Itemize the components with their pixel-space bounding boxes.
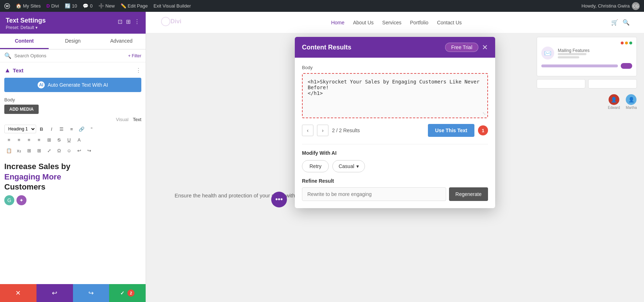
- ol-button[interactable]: ≡: [67, 124, 76, 134]
- divi-item[interactable]: D Divi: [47, 3, 59, 9]
- search-nav-icon[interactable]: 🔍: [623, 19, 630, 26]
- refine-label: Refine Result: [302, 178, 488, 184]
- wp-logo[interactable]: W: [4, 3, 10, 9]
- chevron-up-icon[interactable]: ▲: [4, 67, 11, 74]
- undo-button[interactable]: ↩: [74, 146, 84, 155]
- chevron-down-icon: ▾: [356, 163, 359, 169]
- panel-subtitle: Preset: Default ▾: [6, 25, 46, 30]
- subscript-button[interactable]: x₂: [14, 146, 24, 155]
- result-textarea[interactable]: <h1>Skyrocket Your Sales by Engaging Cus…: [308, 79, 482, 111]
- cancel-button[interactable]: ✕: [0, 284, 36, 302]
- color-button[interactable]: A: [74, 135, 84, 144]
- refine-input[interactable]: [302, 187, 446, 201]
- search-bar: 🔍 + Filter: [0, 49, 146, 62]
- section-more-icon[interactable]: ⋮: [136, 67, 141, 74]
- save-count-badge: 2: [127, 289, 135, 297]
- nav-contact[interactable]: Contact Us: [437, 20, 462, 25]
- nav-home[interactable]: Home: [331, 20, 344, 25]
- editor-toolbar-row1: Heading 1 B I ☰ ≡ 🔗 ": [4, 124, 141, 134]
- prev-result-button[interactable]: ‹: [302, 125, 313, 136]
- align-center-button[interactable]: ≡: [14, 135, 24, 144]
- loop-count[interactable]: 🔄 10: [65, 3, 77, 9]
- comment-count[interactable]: 💬 0: [83, 3, 92, 9]
- table-button[interactable]: ⊞: [44, 135, 54, 144]
- modify-buttons: Retry Casual ▾: [302, 160, 488, 172]
- editor-tabs: Visual Text: [4, 117, 141, 122]
- preview-text: Increase Sales by Engaging More Customer…: [4, 162, 141, 192]
- page-area: Divi Home About Us Services Portfolio Co…: [146, 12, 644, 302]
- resize-handle[interactable]: ⤡: [482, 111, 486, 116]
- ai-assist-icon[interactable]: ✦: [16, 195, 26, 205]
- pencil-icon: ✏️: [121, 3, 126, 9]
- quote-button[interactable]: ": [87, 124, 96, 134]
- cart-icon[interactable]: 🛒: [611, 19, 618, 26]
- editor-toolbar-row2: ≡ ≡ ≡ ≡ ⊞ S U A: [4, 135, 141, 144]
- edit-page-item[interactable]: ✏️ Edit Page: [121, 3, 148, 9]
- strikethrough-button[interactable]: S: [54, 135, 64, 144]
- redo-button[interactable]: ↪: [84, 146, 94, 155]
- nav-portfolio[interactable]: Portfolio: [410, 20, 428, 25]
- link-button[interactable]: 🔗: [77, 124, 86, 134]
- svg-text:W: W: [6, 4, 9, 8]
- bold-button[interactable]: B: [37, 124, 46, 134]
- use-text-button[interactable]: Use This Text: [428, 124, 474, 137]
- layout-icon[interactable]: ⊞: [126, 18, 131, 25]
- undo-action-button[interactable]: ↩: [36, 284, 73, 302]
- admin-bar: W 🏠 My Sites D Divi 🔄 10 💬 0 ➕ New ✏️ Ed…: [0, 0, 644, 12]
- user-avatar: CG: [632, 2, 640, 10]
- next-result-button[interactable]: ›: [317, 125, 328, 136]
- tab-content[interactable]: Content: [0, 34, 49, 49]
- ul-button[interactable]: ☰: [57, 124, 66, 134]
- refine-row: Regenerate: [302, 187, 488, 201]
- underline-button[interactable]: U: [64, 135, 74, 144]
- align-justify-button[interactable]: ≡: [34, 135, 44, 144]
- tab-advanced[interactable]: Advanced: [97, 34, 146, 49]
- grammarly-icon[interactable]: G: [4, 195, 14, 205]
- comment-icon: 💬: [83, 3, 88, 9]
- filter-button[interactable]: + Filter: [128, 53, 141, 58]
- italic-button[interactable]: I: [47, 124, 56, 134]
- nav-about[interactable]: About Us: [353, 20, 374, 25]
- emoji-button[interactable]: ☺: [64, 146, 74, 155]
- free-trial-badge[interactable]: Free Trial: [445, 43, 478, 52]
- page-body: Content Results Free Trial ✕ Body <h1>Sk…: [146, 33, 644, 222]
- section-title: ▲ Text: [4, 67, 24, 74]
- special-char-button[interactable]: Ω: [54, 146, 64, 155]
- heading-select[interactable]: Heading 1: [4, 125, 36, 133]
- search-input[interactable]: [14, 53, 125, 58]
- casual-button[interactable]: Casual ▾: [332, 160, 365, 172]
- outdent-button[interactable]: ⊞: [34, 146, 44, 155]
- editor-toolbar-row3: 📋 x₂ ⊞ ⊞ ⤢ Ω ☺ ↩ ↪: [4, 146, 141, 155]
- nav-links: Home About Us Services Portfolio Contact…: [331, 20, 462, 25]
- preview-tools: G ✦: [4, 195, 141, 205]
- more-icon[interactable]: ⋮: [134, 18, 140, 25]
- tab-design[interactable]: Design: [49, 34, 97, 49]
- result-textarea-wrapper: <h1>Skyrocket Your Sales by Engaging Cus…: [302, 73, 488, 118]
- exit-builder-item[interactable]: Exit Visual Builder: [153, 3, 191, 9]
- tab-visual[interactable]: Visual: [116, 117, 128, 122]
- save-button[interactable]: ✓ 2: [109, 284, 146, 302]
- indent-button[interactable]: ⊞: [24, 146, 34, 155]
- search-icon: 🔍: [4, 52, 11, 59]
- retry-button[interactable]: Retry: [302, 160, 329, 172]
- body-label: Body: [4, 97, 141, 102]
- regenerate-button[interactable]: Regenerate: [449, 187, 488, 201]
- site-logo: Divi: [160, 14, 182, 31]
- paste-button[interactable]: 📋: [4, 146, 14, 155]
- my-sites-item[interactable]: 🏠 My Sites: [16, 3, 41, 9]
- fullscreen-button[interactable]: ⤢: [44, 146, 54, 155]
- modal-body: Body <h1>Skyrocket Your Sales by Engagin…: [295, 58, 495, 208]
- modal-close-button[interactable]: ✕: [482, 43, 488, 52]
- ai-icon: AI: [38, 81, 45, 88]
- redo-action-button[interactable]: ↪: [73, 284, 109, 302]
- tab-text[interactable]: Text: [133, 117, 141, 122]
- add-media-button[interactable]: ADD MEDIA: [4, 105, 39, 114]
- ai-generate-button[interactable]: AI Auto Generate Text With AI: [4, 78, 141, 92]
- new-item[interactable]: ➕ New: [98, 3, 115, 9]
- section-options: ⋮: [136, 67, 141, 74]
- align-left-button[interactable]: ≡: [4, 135, 14, 144]
- nav-services[interactable]: Services: [382, 20, 401, 25]
- align-right-button[interactable]: ≡: [24, 135, 34, 144]
- modal-header: Content Results Free Trial ✕: [295, 37, 495, 58]
- expand-icon[interactable]: ⊡: [118, 18, 122, 25]
